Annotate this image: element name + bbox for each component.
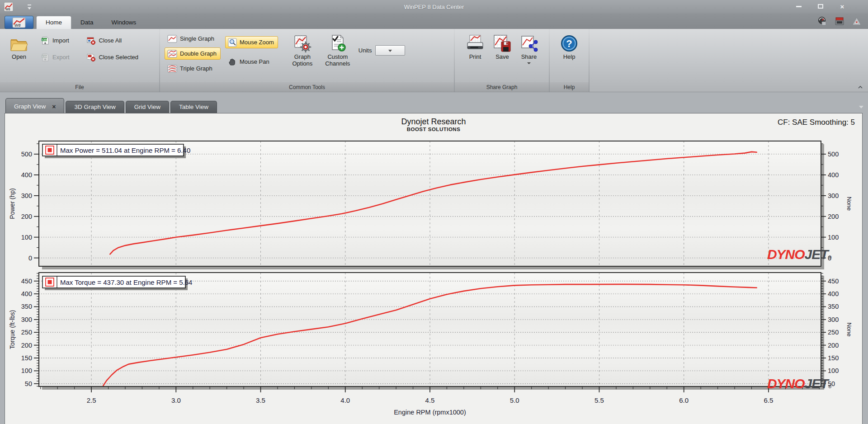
ribbon-group-common-tools: Single Graph Double Graph [160, 29, 454, 92]
gauge-icon[interactable] [817, 16, 827, 26]
ribbon-group-file: Open CSV Import CSV [0, 29, 159, 92]
svg-text:Torque (ft-lbs): Torque (ft-lbs) [9, 310, 16, 349]
svg-text:300: 300 [21, 192, 32, 199]
close-button[interactable]: × [836, 2, 848, 11]
svg-text:4.0: 4.0 [340, 396, 350, 404]
ribbon-group-share-graph: Print Save [455, 29, 549, 92]
custom-channels-button[interactable]: Custom Channels [321, 33, 354, 67]
svg-text:CSV: CSV [42, 38, 47, 41]
ribbon-group-help: ? Help Help [550, 29, 589, 92]
svg-text:500: 500 [828, 151, 839, 158]
close-all-icon [86, 36, 96, 45]
group-label-help: Help [550, 82, 589, 92]
warning-icon[interactable] [852, 16, 862, 26]
svg-text:400: 400 [21, 290, 32, 297]
mouse-zoom-button[interactable]: Mouse Zoom [225, 36, 278, 48]
tab-table-view[interactable]: Table View [170, 101, 217, 113]
single-graph-button[interactable]: Single Graph [165, 33, 221, 45]
ribbon-collapse-icon[interactable] [857, 85, 863, 90]
double-graph-button[interactable]: Double Graph [165, 47, 221, 60]
power-chart[interactable]: 00100100200200300300400400500500Power (h… [5, 138, 862, 270]
svg-text:250: 250 [21, 329, 32, 336]
group-label-common-tools: Common Tools [160, 82, 454, 92]
svg-text:300: 300 [21, 316, 32, 323]
save-button[interactable]: Save [490, 33, 514, 61]
share-dropdown-caret-icon[interactable] [527, 62, 531, 64]
share-network-icon [520, 33, 538, 52]
graph-options-icon [293, 33, 311, 52]
group-label-share-graph: Share Graph [455, 82, 549, 92]
tab-graph-view[interactable]: Graph View × [5, 98, 64, 113]
svg-text:200: 200 [828, 342, 839, 349]
svg-text:350: 350 [21, 303, 32, 310]
open-button[interactable]: Open [5, 33, 33, 61]
single-graph-icon [167, 35, 177, 43]
svg-text:400: 400 [828, 290, 839, 297]
svg-text:4.5: 4.5 [425, 396, 435, 404]
export-csv-icon: CSV [41, 53, 50, 62]
svg-text:Power (hp): Power (hp) [9, 188, 16, 219]
svg-text:200: 200 [21, 342, 32, 349]
open-folder-icon [9, 33, 28, 52]
svg-text:2.5: 2.5 [87, 396, 96, 404]
svg-text:200: 200 [828, 213, 839, 220]
import-button[interactable]: CSV Import [38, 34, 74, 47]
units-dropdown[interactable] [375, 45, 405, 56]
svg-text:150: 150 [828, 354, 839, 362]
ribbon-tab-home[interactable]: Home [36, 16, 71, 29]
share-button[interactable]: Share [516, 33, 542, 64]
application-menu-button[interactable]: W8 [5, 16, 33, 29]
svg-text:200: 200 [21, 213, 32, 220]
svg-text:DYNOJET®: DYNOJET® [767, 247, 832, 262]
svg-text:400: 400 [828, 171, 839, 179]
ribbon-tab-row: W8 Home Data Windows [0, 14, 868, 29]
magnifier-icon [228, 38, 237, 47]
ribbon: Open CSV Import CSV [0, 29, 868, 92]
minimize-button[interactable] [793, 2, 805, 11]
svg-text:Engine RPM (rpmx1000): Engine RPM (rpmx1000) [394, 409, 466, 416]
svg-text:100: 100 [828, 234, 839, 241]
mouse-pan-button[interactable]: Mouse Pan [225, 56, 278, 68]
svg-text:5.5: 5.5 [594, 396, 604, 404]
custom-channels-icon [329, 33, 347, 52]
units-label: Units [359, 47, 372, 54]
svg-text:None: None [846, 197, 853, 211]
tab-close-icon[interactable]: × [52, 104, 56, 110]
svg-text:300: 300 [828, 316, 839, 323]
graph-options-button[interactable]: Graph Options [288, 33, 317, 67]
ribbon-tab-windows[interactable]: Windows [103, 16, 146, 29]
svg-text:250: 250 [828, 329, 839, 336]
svg-text:400: 400 [21, 171, 32, 179]
printer-icon [466, 33, 484, 52]
export-button[interactable]: CSV Export [38, 51, 74, 63]
close-all-button[interactable]: Close All [84, 34, 142, 47]
triple-graph-button[interactable]: Triple Graph [165, 62, 221, 75]
window-title: WinPEP 8 Data Center [0, 4, 868, 10]
triple-graph-icon [167, 65, 177, 73]
correction-factor-label: CF: SAE Smoothing: 5 [778, 118, 855, 127]
maximize-button[interactable] [815, 2, 826, 11]
svg-text:3.5: 3.5 [256, 396, 265, 404]
tab-grid-view[interactable]: Grid View [126, 101, 169, 113]
chart-subtitle: BOOST SOLUTIONS [5, 127, 862, 132]
svg-text:450: 450 [828, 278, 839, 285]
svg-text:300: 300 [828, 192, 839, 199]
svg-text:?: ? [566, 38, 572, 49]
tab-overflow-chevron-icon[interactable] [859, 106, 863, 108]
tab-3d-graph-view[interactable]: 3D Graph View [66, 101, 124, 113]
svg-text:6.5: 6.5 [764, 396, 773, 404]
help-button[interactable]: ? Help [557, 33, 581, 61]
torque-chart[interactable]: 5050100100150150200200250250300300350350… [5, 270, 862, 419]
app-logo-icon: W8 [11, 17, 27, 28]
title-bar: W8 WinPEP 8 Data Center × [0, 0, 868, 14]
document-tab-bar: Graph View × 3D Graph View Grid View Tab… [0, 98, 868, 113]
svg-text:150: 150 [21, 354, 32, 362]
print-button[interactable]: Print [462, 33, 488, 61]
device-icon[interactable] [835, 16, 844, 26]
ribbon-tab-data[interactable]: Data [71, 16, 103, 29]
help-icon: ? [560, 33, 578, 52]
svg-text:50: 50 [25, 380, 32, 387]
save-floppy-icon [493, 33, 511, 52]
svg-text:CSV: CSV [42, 55, 47, 58]
close-selected-button[interactable]: Close Selected [84, 51, 142, 63]
